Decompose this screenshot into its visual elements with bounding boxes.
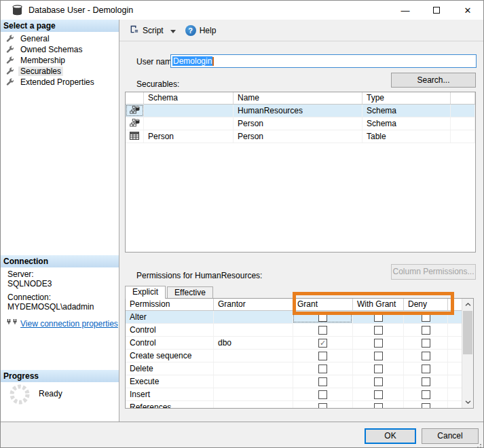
- tab-explicit[interactable]: Explicit: [125, 286, 166, 299]
- sidebar-item-extended-properties[interactable]: Extended Properties: [1, 77, 119, 88]
- deny-checkbox[interactable]: [422, 339, 430, 348]
- grant-checkbox[interactable]: [318, 390, 327, 399]
- permission-grantor: dbo: [213, 337, 293, 349]
- title-bar: Database User - Demologin — ✕: [1, 1, 483, 20]
- search-button[interactable]: Search...: [391, 73, 476, 88]
- toolbar: Script ? Help: [119, 20, 483, 41]
- securable-name: Person: [234, 117, 362, 130]
- tab-effective[interactable]: Effective: [167, 286, 213, 299]
- permission-name: Create sequence: [126, 350, 213, 362]
- server-value: SQLNODE3: [7, 279, 116, 288]
- permission-name: Control: [126, 324, 213, 336]
- securable-row[interactable]: PersonPersonTable: [126, 130, 475, 143]
- filler-column-header: [451, 92, 475, 104]
- script-button[interactable]: Script: [126, 22, 167, 38]
- resize-grip[interactable]: [480, 444, 481, 445]
- scroll-up-icon[interactable]: [462, 299, 473, 310]
- deny-checkbox[interactable]: [422, 352, 430, 360]
- grant-checkbox[interactable]: [318, 403, 327, 409]
- with-grant-checkbox[interactable]: [374, 365, 383, 373]
- sidebar-item-label: Extended Properties: [18, 77, 96, 87]
- permission-grantor: [213, 388, 293, 400]
- script-dropdown-button[interactable]: [167, 24, 179, 37]
- with-grant-checkbox[interactable]: [374, 326, 383, 335]
- sidebar-item-label: Membership: [18, 56, 67, 65]
- permission-row[interactable]: Controldbo: [126, 337, 462, 350]
- wrench-icon: [5, 45, 15, 54]
- grant-checkbox[interactable]: [318, 352, 327, 360]
- permissions-label: Permissions for HumanResources:: [136, 271, 262, 280]
- vertical-scrollbar[interactable]: [462, 299, 473, 408]
- progress-header: Progress: [1, 370, 119, 382]
- database-user-dialog: Database User - Demologin — ✕ Select a p…: [0, 0, 484, 448]
- permission-name: Control: [126, 337, 213, 349]
- permission-row[interactable]: Control: [126, 324, 462, 337]
- help-icon: ?: [185, 25, 196, 36]
- cancel-button[interactable]: Cancel: [422, 428, 479, 444]
- grant-checkbox[interactable]: [318, 377, 327, 386]
- close-button[interactable]: ✕: [452, 1, 483, 20]
- deny-checkbox[interactable]: [422, 403, 430, 409]
- connection-header: Connection: [1, 255, 119, 267]
- sidebar-item-securables[interactable]: Securables: [1, 66, 119, 77]
- help-button[interactable]: ? Help: [182, 23, 220, 38]
- permission-name: Alter: [126, 311, 213, 323]
- column-header-permission[interactable]: Permission: [126, 299, 213, 310]
- securable-name: Person: [234, 130, 362, 143]
- select-page-header: Select a page: [1, 20, 119, 32]
- progress-spinner-icon: [9, 384, 31, 407]
- window-title: Database User - Demologin: [29, 5, 133, 15]
- select-page-list: GeneralOwned SchemasMembershipSecurables…: [1, 33, 119, 88]
- column-header-schema[interactable]: Schema: [144, 92, 234, 104]
- permission-row[interactable]: Execute: [126, 375, 462, 388]
- connection-label: Connection:: [7, 293, 116, 302]
- view-connection-properties-link[interactable]: View connection properties: [20, 319, 118, 329]
- maximize-button[interactable]: [421, 1, 452, 20]
- with-grant-checkbox[interactable]: [374, 403, 383, 409]
- permission-grantor: [213, 350, 293, 362]
- deny-checkbox[interactable]: [422, 365, 430, 373]
- page-content: Script ? Help User name: Demologin Secur…: [119, 20, 483, 422]
- wrench-icon: [5, 35, 15, 43]
- securable-row[interactable]: HumanResourcesSchema: [126, 105, 475, 117]
- with-grant-checkbox[interactable]: [374, 352, 383, 360]
- scroll-down-icon[interactable]: [462, 396, 473, 408]
- grant-checkbox[interactable]: [318, 326, 327, 335]
- ok-button[interactable]: OK: [365, 428, 416, 444]
- deny-checkbox[interactable]: [422, 377, 430, 386]
- permission-grantor: [213, 311, 293, 323]
- sidebar-item-owned-schemas[interactable]: Owned Schemas: [1, 44, 119, 55]
- with-grant-checkbox[interactable]: [374, 390, 383, 399]
- column-header-name[interactable]: Name: [234, 92, 362, 104]
- column-permissions-button[interactable]: Column Permissions...: [391, 264, 476, 280]
- securable-type: Schema: [362, 105, 451, 117]
- deny-checkbox[interactable]: [422, 326, 430, 335]
- with-grant-checkbox[interactable]: [374, 339, 383, 348]
- securables-table-header: SchemaNameType: [126, 92, 475, 105]
- wrench-icon: [5, 67, 15, 76]
- grant-checkbox[interactable]: [318, 365, 327, 373]
- permission-name: Insert: [126, 388, 213, 400]
- column-header-type[interactable]: Type: [362, 92, 451, 104]
- securables-table: SchemaNameType HumanResourcesSchemaPerso…: [125, 92, 476, 253]
- permission-grantor: [213, 362, 293, 375]
- minimize-button[interactable]: —: [390, 1, 421, 20]
- securable-row[interactable]: PersonSchema: [126, 117, 475, 130]
- script-icon: [129, 24, 138, 36]
- securable-schema: [144, 117, 234, 130]
- permission-row[interactable]: References: [126, 401, 462, 409]
- user-name-input[interactable]: Demologin: [170, 54, 477, 68]
- with-grant-checkbox[interactable]: [374, 377, 383, 386]
- grant-checkbox[interactable]: [318, 339, 327, 348]
- scrollbar-thumb[interactable]: [463, 311, 472, 354]
- sidebar-item-membership[interactable]: Membership: [1, 55, 119, 66]
- permission-row[interactable]: Delete: [126, 362, 462, 375]
- chevron-down-icon: [170, 26, 176, 35]
- permission-row[interactable]: Insert: [126, 388, 462, 401]
- permission-grantor: [213, 375, 293, 388]
- sidebar-item-general[interactable]: General: [1, 33, 119, 44]
- permission-row[interactable]: Create sequence: [126, 350, 462, 362]
- deny-checkbox[interactable]: [422, 390, 430, 399]
- column-header-grantor[interactable]: Grantor: [213, 299, 293, 310]
- highlight-box: [293, 292, 454, 315]
